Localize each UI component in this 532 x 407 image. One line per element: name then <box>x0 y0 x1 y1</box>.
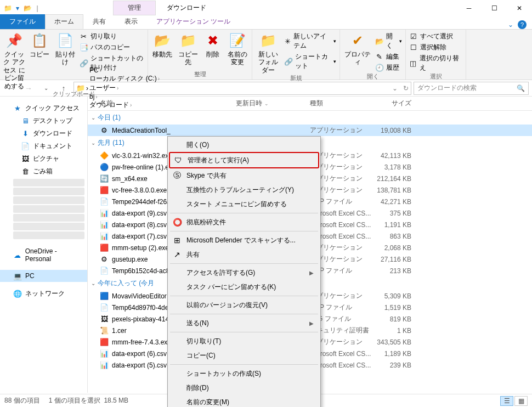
menu-item-icon: ⊞ <box>172 235 182 245</box>
col-type[interactable]: 種類 <box>310 99 373 108</box>
sidebar: ★クイック アクセス 🖥デスクトップ ⬇ダウンロード 📄ドキュメント 🖼ピクチャ… <box>0 97 88 393</box>
context-menu-item[interactable]: アクセスを許可する(G)▶ <box>169 265 319 280</box>
copy-path-button[interactable]: 📑パスのコピー <box>80 43 144 52</box>
menu-item-icon: Ⓢ <box>172 171 182 180</box>
open-button[interactable]: 📂開く▾ <box>375 32 402 50</box>
shortcut-icon: 🔗 <box>80 59 88 67</box>
manage-tab[interactable]: 管理 <box>113 1 156 15</box>
delete-button[interactable]: ✖削除 <box>202 32 223 58</box>
sidebar-item-downloads[interactable]: ⬇ダウンロード <box>0 127 87 140</box>
file-icon: 📜 <box>100 326 109 335</box>
open-icon: 📂 <box>375 37 384 46</box>
context-menu-item[interactable]: 名前の変更(M) <box>169 395 319 407</box>
pin-icon: 📌 <box>5 32 23 49</box>
tab-app-tools[interactable]: アプリケーション ツール <box>147 14 240 29</box>
col-size[interactable]: サイズ <box>373 99 422 108</box>
menu-item-icon <box>172 185 182 195</box>
context-menu-item[interactable]: 削除(D) <box>169 381 319 395</box>
context-menu-item[interactable]: タスク バーにピン留めする(K) <box>169 280 319 294</box>
chevron-right-icon: › <box>86 84 88 92</box>
sidebar-item-network[interactable]: 🌐ネットワーク <box>0 287 87 300</box>
picture-icon: 🖼 <box>21 155 30 163</box>
crumb-segment[interactable]: ユーザー› <box>89 83 160 93</box>
context-menu-item[interactable]: ↗共有 <box>169 247 319 262</box>
col-date[interactable]: 更新日時 ⌄ <box>236 99 310 108</box>
invert-selection-button[interactable]: ◫選択の切り替え <box>409 54 462 72</box>
properties-button[interactable]: ✔プロパティ <box>343 32 372 66</box>
maximize-button[interactable]: ☐ <box>482 0 507 16</box>
file-row[interactable]: ⚙MediaCreationTool_アプリケーション19,008 KB <box>88 125 532 136</box>
col-name[interactable]: 名前 <box>88 99 236 108</box>
group-open-label: 開く <box>343 72 402 81</box>
tab-file[interactable]: ファイル <box>0 14 45 29</box>
crumb-segment[interactable]: PC› <box>89 66 160 74</box>
context-menu-item[interactable]: 開く(O) <box>169 138 319 152</box>
select-all-icon: ☑ <box>409 32 418 41</box>
qa-toggle-icon[interactable]: ▾ <box>13 4 22 13</box>
context-menu-item[interactable]: 送る(N)▶ <box>169 316 319 330</box>
file-group-header[interactable]: ⌄今日 (1) <box>88 111 532 125</box>
new-shortcut-button[interactable]: 🔗ショートカット▾ <box>284 52 336 71</box>
search-input[interactable]: ダウンロードの検索🔍 <box>414 82 529 95</box>
copy-to-button[interactable]: 📁コピー先 <box>177 32 200 66</box>
context-menu-item[interactable]: ⓈSkype で共有 <box>169 168 319 183</box>
copy-icon: 📋 <box>31 32 48 49</box>
rename-button[interactable]: 📝名前の 変更 <box>226 32 248 66</box>
sidebar-item-desktop[interactable]: 🖥デスクトップ <box>0 115 87 127</box>
crumb-segment[interactable]: ローカル ディスク (C:)› <box>89 74 160 83</box>
select-all-button[interactable]: ☑すべて選択 <box>409 32 462 41</box>
recent-button[interactable]: ⌄ <box>38 82 54 95</box>
menu-item-icon <box>172 336 182 346</box>
copy-button[interactable]: 📋コピー <box>29 32 50 58</box>
tab-home[interactable]: ホーム <box>45 14 83 29</box>
context-menu-item[interactable]: ショートカットの作成(S) <box>169 366 319 381</box>
sidebar-item-trash[interactable]: 🗑ごみ箱 <box>0 165 87 178</box>
tab-view[interactable]: 表示 <box>115 14 147 29</box>
file-icon: 🔵 <box>100 163 109 172</box>
minimize-button[interactable]: ─ <box>456 0 482 16</box>
blurred-item <box>13 214 84 222</box>
new-item-button[interactable]: ✳新しいアイテム▾ <box>284 32 336 50</box>
ribbon-collapse-icon[interactable]: ⌄ <box>508 21 513 29</box>
search-icon: 🔍 <box>517 84 525 92</box>
context-menu-item[interactable]: 切り取り(T) <box>169 334 319 348</box>
sidebar-item-onedrive[interactable]: ☁OneDrive - Personal <box>0 246 87 264</box>
file-icon: 📊 <box>100 232 109 241</box>
context-menu-item[interactable]: コピー(C) <box>169 348 319 363</box>
sidebar-item-documents[interactable]: 📄ドキュメント <box>0 140 87 152</box>
context-menu-item[interactable]: ⭕彻底粉碎文件 <box>169 215 319 229</box>
history-button[interactable]: 🕘履歴 <box>375 63 402 72</box>
up-button[interactable]: ↑ <box>56 82 71 95</box>
context-menu-item[interactable]: 互換性のトラブルシューティング(Y) <box>169 183 319 197</box>
help-icon[interactable]: ? <box>518 20 527 29</box>
move-to-button[interactable]: 📂移動先 <box>151 32 174 58</box>
view-details-button[interactable]: ☰ <box>500 396 513 406</box>
tab-share[interactable]: 共有 <box>83 14 115 29</box>
sidebar-item-pc[interactable]: 💻PC <box>0 270 87 282</box>
blurred-item <box>13 231 84 239</box>
new-folder-button[interactable]: 📁新しい フォルダー <box>256 32 281 74</box>
path-icon: 📑 <box>80 43 88 52</box>
edit-button[interactable]: ✎編集 <box>375 52 402 61</box>
file-icon: 🔶 <box>100 151 109 160</box>
forward-button[interactable]: → <box>21 82 36 95</box>
view-thumbnails-button[interactable]: ▦ <box>514 396 528 406</box>
sidebar-item-quick-access[interactable]: ★クイック アクセス <box>0 102 87 115</box>
cut-button[interactable]: ✂切り取り <box>80 32 144 41</box>
back-button[interactable]: ← <box>3 82 19 95</box>
context-menu-item[interactable]: スタート メニューにピン留めする <box>169 197 319 211</box>
link-icon: 🔗 <box>284 57 293 66</box>
breadcrumb[interactable]: 📁› PC›ローカル ディスク (C:)›ユーザー›bj›ダウンロード› ⌄ ↻ <box>73 82 411 95</box>
paste-button[interactable]: 📄貼り付け <box>54 32 76 66</box>
close-button[interactable]: ✕ <box>507 0 532 16</box>
context-menu-item[interactable]: 以前のバージョンの復元(V) <box>169 298 319 312</box>
context-menu-item[interactable]: ⊞Microsoft Defender でスキャンする... <box>169 233 319 247</box>
select-none-button[interactable]: ☐選択解除 <box>409 43 462 52</box>
column-headers[interactable]: 名前 更新日時 ⌄ 種類 サイズ <box>88 97 532 111</box>
sidebar-item-pictures[interactable]: 🖼ピクチャ <box>0 152 87 165</box>
context-menu-item[interactable]: 🛡管理者として実行(A) <box>169 152 319 168</box>
menu-item-icon <box>172 369 182 378</box>
menu-item-icon <box>172 268 182 278</box>
blurred-item <box>13 205 84 213</box>
menu-item-icon <box>172 318 182 328</box>
